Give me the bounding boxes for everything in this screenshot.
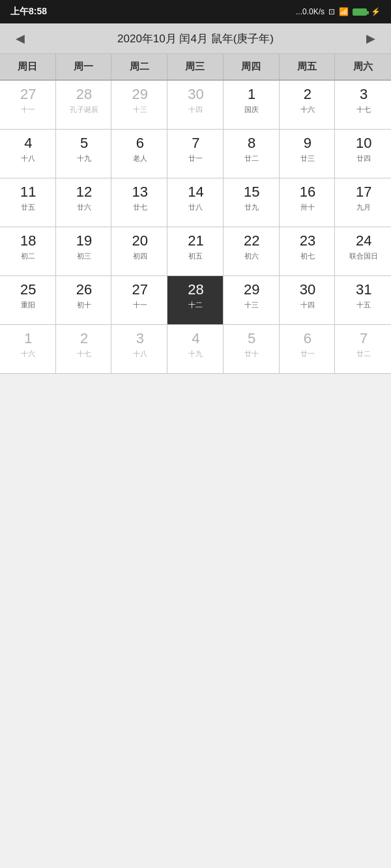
day-subtitle: 十九: [77, 154, 91, 163]
cal-day-3-1[interactable]: 19初三: [56, 227, 112, 276]
day-number: 10: [356, 135, 371, 152]
cal-day-3-5[interactable]: 23初七: [280, 227, 336, 276]
cal-day-2-1[interactable]: 12廿六: [56, 178, 112, 227]
weekday-cell-2: 周二: [111, 54, 167, 79]
day-number: 1: [24, 330, 32, 347]
day-number: 28: [76, 86, 92, 103]
cal-day-2-3[interactable]: 14廿八: [167, 178, 224, 227]
day-number: 30: [188, 86, 203, 103]
cal-day-0-6[interactable]: 3十七: [335, 81, 391, 130]
day-subtitle: 初七: [300, 251, 315, 260]
day-subtitle: 廿一: [188, 154, 203, 163]
day-subtitle: 廿九: [244, 203, 259, 212]
day-number: 27: [20, 86, 36, 103]
cal-day-1-1[interactable]: 5十九: [56, 130, 112, 178]
weekday-cell-5: 周五: [280, 54, 336, 79]
day-number: 6: [304, 330, 311, 347]
cal-day-1-5[interactable]: 9廿三: [280, 130, 336, 178]
day-number: 25: [20, 281, 36, 298]
cal-day-3-4[interactable]: 22初六: [224, 227, 280, 276]
cal-day-4-4[interactable]: 29十三: [224, 276, 280, 325]
day-number: 22: [244, 232, 259, 249]
cal-day-4-5[interactable]: 30十四: [280, 276, 336, 325]
cal-day-3-3[interactable]: 21初五: [167, 227, 224, 276]
day-subtitle: 老人: [133, 154, 147, 163]
lightning-icon: ⚡: [371, 7, 381, 16]
cal-day-0-5[interactable]: 2十六: [280, 81, 336, 130]
day-subtitle: 十四: [188, 105, 203, 114]
day-number: 4: [24, 135, 32, 152]
day-number: 15: [244, 184, 259, 201]
day-number: 8: [248, 135, 255, 152]
day-subtitle: 十六: [21, 349, 35, 358]
calendar-nav: ◀ 2020年10月 闰4月 鼠年(庚子年) ▶: [0, 23, 391, 54]
cal-day-2-2[interactable]: 13廿七: [111, 178, 167, 227]
day-number: 12: [76, 184, 92, 201]
day-number: 24: [356, 232, 371, 249]
day-number: 29: [244, 281, 259, 298]
cal-day-4-1[interactable]: 26初十: [56, 276, 112, 325]
cal-day-3-0[interactable]: 18初二: [0, 227, 56, 276]
day-number: 7: [360, 330, 368, 347]
cal-day-1-0[interactable]: 4十八: [0, 130, 56, 178]
weekday-cell-1: 周一: [56, 54, 112, 79]
weekday-header: 周日周一周二周三周四周五周六: [0, 54, 391, 81]
cal-day-4-6[interactable]: 31十五: [335, 276, 391, 325]
cal-day-2-0[interactable]: 11廿五: [0, 178, 56, 227]
cal-day-5-3[interactable]: 4十九: [167, 325, 224, 374]
status-time: 上午8:58: [10, 6, 47, 18]
day-number: 17: [356, 184, 371, 201]
cal-day-5-0[interactable]: 1十六: [0, 325, 56, 374]
day-number: 9: [304, 135, 311, 152]
weekday-cell-6: 周六: [335, 54, 391, 79]
day-subtitle: 廿八: [188, 203, 203, 212]
cal-day-0-3[interactable]: 30十四: [167, 81, 224, 130]
status-right: ...0.0K/s ⊡ 📶 ⚡: [296, 7, 381, 16]
day-number: 28: [188, 281, 203, 298]
day-number: 5: [248, 330, 255, 347]
day-number: 14: [188, 184, 203, 201]
cal-day-5-1[interactable]: 2十七: [56, 325, 112, 374]
day-number: 2: [80, 330, 88, 347]
day-subtitle: 廿五: [21, 203, 35, 212]
cal-day-5-6[interactable]: 7廿二: [335, 325, 391, 374]
cal-day-5-5[interactable]: 6廿一: [280, 325, 336, 374]
network-speed: ...0.0K/s: [296, 7, 325, 16]
day-subtitle: 廿二: [356, 349, 371, 358]
cal-day-4-2[interactable]: 27十一: [111, 276, 167, 325]
day-subtitle: 廿一: [300, 349, 315, 358]
day-number: 5: [80, 135, 88, 152]
status-bar: 上午8:58 ...0.0K/s ⊡ 📶 ⚡: [0, 0, 391, 23]
cal-day-4-0[interactable]: 25重阳: [0, 276, 56, 325]
cal-day-2-4[interactable]: 15廿九: [224, 178, 280, 227]
cal-day-5-2[interactable]: 3十八: [111, 325, 167, 374]
day-number: 3: [136, 330, 144, 347]
cal-day-5-4[interactable]: 5廿十: [224, 325, 280, 374]
day-subtitle: 廿六: [77, 203, 91, 212]
prev-month-button[interactable]: ◀: [10, 30, 30, 47]
cal-day-2-5[interactable]: 16卅十: [280, 178, 336, 227]
cal-day-1-2[interactable]: 6老人: [111, 130, 167, 178]
cal-day-3-2[interactable]: 20初四: [111, 227, 167, 276]
day-number: 11: [20, 184, 36, 201]
day-subtitle: 初三: [77, 251, 91, 260]
day-subtitle: 卅十: [300, 203, 315, 212]
day-subtitle: 十一: [21, 105, 35, 114]
cal-day-4-3[interactable]: 28十二: [167, 276, 224, 325]
day-subtitle: 十七: [356, 105, 371, 114]
cal-day-1-6[interactable]: 10廿四: [335, 130, 391, 178]
next-month-button[interactable]: ▶: [361, 30, 381, 47]
cal-day-0-0[interactable]: 27十一: [0, 81, 56, 130]
cal-day-0-2[interactable]: 29十三: [111, 81, 167, 130]
cal-day-0-4[interactable]: 1国庆: [224, 81, 280, 130]
cal-day-2-6[interactable]: 17九月: [335, 178, 391, 227]
cal-day-1-4[interactable]: 8廿二: [224, 130, 280, 178]
day-number: 13: [132, 184, 148, 201]
cal-day-3-6[interactable]: 24联合国日: [335, 227, 391, 276]
day-subtitle: 十二: [188, 300, 203, 309]
day-number: 2: [304, 86, 311, 103]
cal-day-1-3[interactable]: 7廿一: [167, 130, 224, 178]
day-subtitle: 十八: [21, 154, 35, 163]
day-number: 29: [132, 86, 148, 103]
cal-day-0-1[interactable]: 28孔子诞辰: [56, 81, 112, 130]
